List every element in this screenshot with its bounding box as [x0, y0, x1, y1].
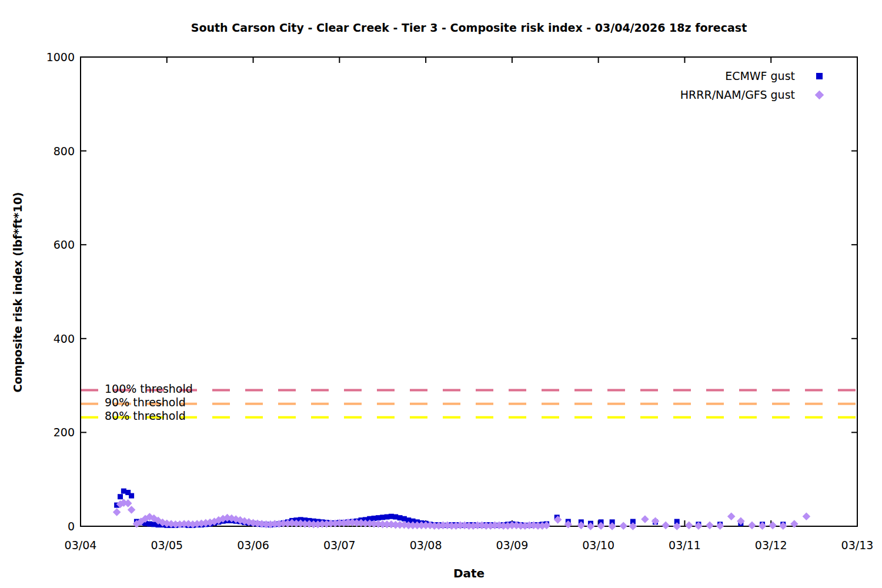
x-tick-label: 03/06: [227, 539, 280, 552]
data-point-hrrr: [759, 522, 767, 530]
x-tick-label: 03/09: [486, 539, 539, 552]
y-tick-label: 1000: [18, 51, 75, 64]
legend-entry: ECMWF gust: [725, 68, 823, 83]
data-point-hrrr: [727, 512, 736, 520]
data-point-hrrr: [587, 522, 595, 530]
x-tick-label: 03/05: [141, 539, 193, 552]
data-point-hrrr: [564, 520, 572, 529]
data-point-hrrr: [694, 522, 703, 530]
legend-entry: HRRR/NAM/GFS gust: [680, 87, 823, 102]
data-point-hrrr: [685, 522, 693, 530]
data-point-hrrr: [113, 508, 121, 516]
data-point-hrrr: [608, 522, 616, 530]
data-point-hrrr: [652, 517, 660, 525]
x-tick-label: 03/07: [313, 539, 366, 552]
x-tick-label: 03/11: [658, 539, 711, 552]
x-tick-label: 03/10: [572, 539, 625, 552]
data-point-hrrr: [577, 522, 586, 530]
data-point-hrrr: [748, 522, 756, 530]
legend-label: HRRR/NAM/GFS gust: [680, 88, 795, 101]
x-tick-label: 03/04: [54, 539, 107, 552]
data-point-hrrr: [716, 522, 724, 530]
y-tick-label: 600: [18, 238, 75, 251]
legend-label: ECMWF gust: [725, 69, 795, 82]
y-tick-label: 400: [18, 332, 75, 345]
x-tick-label: 03/12: [744, 539, 797, 552]
threshold-label: 90% threshold: [105, 396, 186, 409]
y-tick-label: 800: [18, 145, 75, 158]
data-point-hrrr: [706, 522, 714, 530]
chart-figure: South Carson City - Clear Creek - Tier 3…: [0, 0, 882, 588]
data-point-hrrr: [662, 522, 670, 530]
threshold-label: 80% threshold: [105, 409, 186, 422]
data-point-hrrr: [619, 522, 627, 530]
data-point-ecmwf: [129, 493, 134, 499]
x-tick-label: 03/13: [831, 539, 882, 552]
legend-diamond-marker-icon: [815, 90, 824, 99]
data-point-hrrr: [779, 522, 787, 530]
x-tick-label: 03/08: [399, 539, 452, 552]
y-tick-label: 200: [18, 426, 75, 439]
data-point-hrrr: [641, 515, 649, 523]
data-point-hrrr: [128, 506, 136, 514]
data-point-hrrr: [629, 522, 637, 530]
threshold-label: 100% threshold: [105, 382, 193, 395]
data-point-hrrr: [803, 512, 811, 520]
plot-border: [81, 57, 857, 526]
data-point-hrrr: [769, 522, 777, 530]
data-point-hrrr: [737, 517, 745, 525]
data-point-hrrr: [673, 522, 681, 530]
y-tick-label: 0: [18, 520, 75, 533]
legend-square-marker-icon: [816, 73, 823, 79]
data-point-ecmwf: [118, 494, 123, 499]
